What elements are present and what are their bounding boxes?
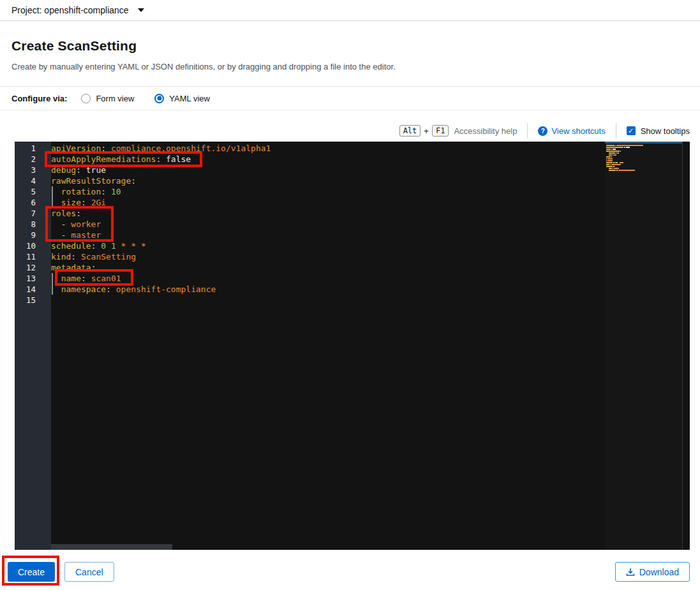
code-token: : [81, 274, 91, 283]
configure-via-label: Configure via: [11, 94, 67, 103]
code-token: 2Gi [91, 198, 106, 207]
project-selector[interactable]: Project: openshift-compliance [0, 0, 700, 21]
code-token: rawResultStorage [51, 176, 131, 186]
code-line[interactable]: rawResultStorage: [51, 175, 605, 186]
code-line[interactable]: - master [51, 230, 605, 240]
code-token: worker [71, 219, 101, 229]
toolbar-divider [527, 123, 528, 138]
show-tooltips-checkbox[interactable]: ✓ [627, 126, 636, 135]
view-shortcuts-link[interactable]: ? View shortcuts [538, 126, 605, 136]
line-number: 6 [15, 197, 51, 208]
code-token: metadata [51, 263, 91, 272]
toolbar-divider [616, 123, 616, 138]
line-number: 7 [15, 208, 51, 219]
show-tooltips-label: Show tooltips [641, 126, 690, 136]
indent-guide [52, 186, 53, 197]
create-button[interactable]: Create [8, 562, 55, 582]
code-token: : [91, 263, 96, 272]
editor-vertical-scrollbar[interactable] [682, 142, 690, 550]
radio-yaml-view[interactable]: YAML view [154, 94, 210, 103]
line-number: 5 [15, 186, 51, 197]
editor-code-area[interactable]: apiVersion: compliance.openshift.io/v1al… [51, 143, 605, 306]
code-line[interactable]: apiVersion: compliance.openshift.io/v1al… [51, 143, 605, 154]
code-token: apiVersion [51, 144, 101, 153]
code-token: compliance.openshift.io/v1alpha1 [111, 144, 271, 153]
code-line[interactable]: debug: true [51, 165, 605, 175]
code-token: - [51, 219, 71, 229]
code-token: * * * [121, 241, 146, 251]
view-shortcuts-label: View shortcuts [551, 126, 605, 136]
minimap-code-marks [606, 145, 644, 173]
code-line[interactable]: name: scan01 [51, 273, 605, 284]
page-title: Create ScanSetting [11, 38, 137, 54]
code-line[interactable]: size: 2Gi [51, 197, 605, 208]
code-token [116, 241, 121, 251]
code-line[interactable]: roles: [51, 208, 605, 219]
radio-form-view[interactable]: Form view [81, 94, 134, 103]
code-token: name [61, 274, 81, 283]
line-number: 13 [15, 273, 51, 284]
line-number: 10 [15, 240, 51, 251]
code-token: size [61, 198, 81, 207]
cancel-button[interactable]: Cancel [64, 562, 114, 582]
line-number: 1 [15, 143, 51, 154]
code-line[interactable]: rotation: 10 [51, 186, 605, 197]
radio-yaml-view-circle-icon[interactable] [154, 94, 164, 103]
code-line[interactable]: kind: ScanSetting [51, 251, 605, 262]
code-token: 0 1 [101, 241, 115, 251]
indent-guide [52, 273, 53, 284]
code-token: autoApplyRemediations [51, 154, 156, 164]
minimap-viewport-indicator [605, 142, 682, 144]
line-number: 12 [15, 262, 51, 273]
code-line[interactable]: schedule: 0 1 * * * [51, 240, 605, 251]
kbd-plus: + [424, 126, 429, 136]
help-question-icon: ? [538, 126, 547, 136]
download-icon [626, 568, 635, 577]
code-line[interactable]: - worker [51, 219, 605, 230]
line-number: 8 [15, 219, 51, 230]
code-token: debug [51, 165, 76, 175]
code-token: : [76, 165, 86, 175]
line-number: 11 [15, 251, 51, 262]
code-line[interactable]: metadata: [51, 262, 605, 273]
editor-horizontal-scrollbar[interactable] [51, 544, 172, 550]
indent-guide [52, 197, 53, 208]
kbd-alt: Alt [399, 125, 421, 136]
code-line[interactable]: autoApplyRemediations: false [51, 154, 605, 165]
code-token: false [166, 154, 191, 164]
editor-minimap[interactable] [605, 142, 682, 550]
code-token: ScanSetting [81, 252, 136, 262]
radio-yaml-view-label: YAML view [169, 94, 210, 103]
project-selector-label: Project: openshift-compliance [11, 5, 129, 15]
code-token: namespace [61, 284, 106, 294]
line-number: 2 [15, 154, 51, 165]
code-line[interactable] [51, 295, 605, 306]
download-button[interactable]: Download [615, 562, 690, 582]
indent-guide [52, 284, 53, 295]
code-token: scan01 [91, 274, 121, 283]
editor-line-number-gutter: 123456789101112131415 [15, 142, 51, 550]
code-token: kind [51, 252, 71, 262]
editor-toolbar: Alt + F1 Accessibility help ? View short… [399, 121, 690, 140]
chevron-down-icon [138, 8, 144, 12]
page-description: Create by manually entering YAML or JSON… [11, 62, 396, 71]
code-token: 10 [111, 187, 121, 196]
code-token: openshift-compliance [116, 284, 216, 294]
code-token: : [101, 187, 111, 196]
code-token: : [91, 241, 101, 251]
code-token: - [51, 230, 71, 240]
code-token: schedule [51, 241, 91, 251]
line-number: 3 [15, 165, 51, 175]
accessibility-help-label: Accessibility help [454, 126, 517, 136]
radio-form-view-circle-icon[interactable] [81, 94, 91, 103]
code-token: rotation [61, 187, 101, 196]
yaml-editor[interactable]: 123456789101112131415 apiVersion: compli… [15, 142, 690, 550]
code-token: : [106, 284, 116, 294]
line-number: 14 [15, 284, 51, 295]
code-token: roles [51, 209, 76, 218]
code-token: : [76, 209, 81, 218]
code-line[interactable]: namespace: openshift-compliance [51, 284, 605, 295]
code-token: true [86, 165, 106, 175]
line-number: 15 [15, 295, 51, 306]
code-token: master [71, 230, 101, 240]
